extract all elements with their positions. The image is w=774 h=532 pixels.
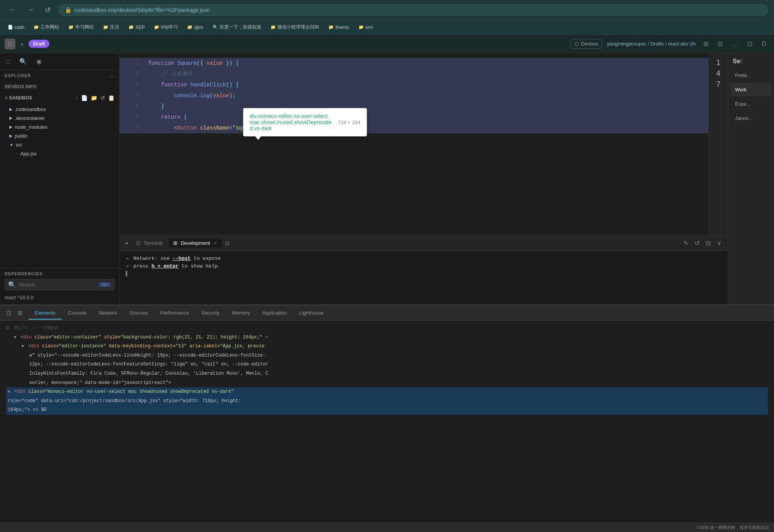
terminal-icon: ⊡ bbox=[136, 240, 140, 246]
file-item-node-modules[interactable]: ▶ node_modules bbox=[0, 123, 119, 131]
dep-react[interactable]: react ^18.0.0 bbox=[5, 293, 115, 301]
back-button[interactable]: ← bbox=[6, 4, 19, 15]
bookmark-icon: 📁 bbox=[128, 25, 134, 30]
settings-item-prefs[interactable]: Prefe... bbox=[730, 69, 772, 82]
file-item-appjsx[interactable]: ~ App.jsx bbox=[0, 149, 119, 158]
settings-item-work[interactable]: Work bbox=[730, 83, 772, 96]
sandbox-header: ∨ SANDBOX ↑ 📄 📁 ↺ 📋 bbox=[0, 93, 119, 103]
terminal-refresh-icon[interactable]: ↺ bbox=[693, 238, 701, 248]
D-icon[interactable]: D bbox=[759, 39, 769, 49]
split-icon[interactable]: ⊟ bbox=[715, 39, 726, 49]
folder-chevron-icon: ▶ bbox=[9, 133, 12, 138]
dt-triangle-icon: ▼ bbox=[8, 390, 10, 394]
tab-sources[interactable]: Sources bbox=[123, 307, 154, 320]
tab-development[interactable]: ⊞ Development ✕ bbox=[169, 239, 222, 247]
tab-terminal[interactable]: ⊡ Terminal bbox=[132, 239, 167, 247]
dt-line-5: InlayHintsFontFamily: Fira Code, SFMono-… bbox=[6, 369, 768, 379]
tab-security[interactable]: Security bbox=[195, 307, 226, 320]
dt-line-6: ourier, monospace;" data-mode-id="javasc… bbox=[6, 379, 768, 388]
code-editor[interactable]: 1 function Square({ value }) { 2 // 点击事件… bbox=[120, 53, 708, 235]
dt-line-1[interactable]: ▼ <div class="editor-container" style="b… bbox=[6, 333, 768, 342]
tab-memory[interactable]: Memory bbox=[226, 307, 256, 320]
browser-titlebar: ← → ↺ 🔒 codesandbox.io/p/devbox/5dxp6r?f… bbox=[0, 0, 774, 20]
devtools-content: 0, 0);"> ··· </div> ▼ <div class="editor… bbox=[0, 321, 774, 523]
files-icon[interactable]: □ bbox=[5, 57, 12, 67]
devtools: ⊡ ⊞ Elements Console Network Sources Per… bbox=[0, 305, 774, 532]
bookmark-learn[interactable]: 📁 学习网站 bbox=[65, 23, 97, 32]
reload-button[interactable]: ↺ bbox=[42, 4, 54, 16]
dt-line-2[interactable]: ▼ <div class="editor-instance" data-keyb… bbox=[6, 342, 768, 351]
settings-item-exp[interactable]: Expe... bbox=[730, 97, 772, 111]
bookmark-life[interactable]: 📁 生活 bbox=[100, 23, 122, 32]
bookmark-work[interactable]: 📁 工作网站 bbox=[30, 23, 62, 32]
more-icon[interactable]: … bbox=[729, 39, 741, 49]
clipboard-icon[interactable]: 📋 bbox=[108, 95, 115, 101]
file-item-devcontainer[interactable]: ▶ .devcontainer bbox=[0, 114, 119, 123]
dt-triangle-icon: ▼ bbox=[14, 335, 16, 340]
settings-item-jance[interactable]: Jance... bbox=[730, 111, 772, 125]
bookmark-qbm[interactable]: 📁 qbm bbox=[184, 24, 206, 31]
close-tab-icon[interactable]: ✕ bbox=[213, 241, 217, 246]
terminal-edit-icon[interactable]: ✎ bbox=[682, 238, 690, 248]
bookmark-icon: 📁 bbox=[154, 25, 159, 30]
refresh-icon[interactable]: ↺ bbox=[100, 95, 105, 101]
bookmark-csdn[interactable]: 📄 csdn bbox=[5, 24, 27, 31]
search-icon[interactable]: 🔍 bbox=[18, 56, 29, 67]
bookmark-weixin[interactable]: 📁 微信小程序埋点SDK bbox=[267, 23, 323, 32]
tab-terminal-label: Terminal bbox=[144, 240, 162, 246]
line-num-3: 3 bbox=[127, 79, 139, 90]
sandbox-label: ∨ SANDBOX bbox=[5, 95, 32, 101]
file-name: public bbox=[15, 133, 28, 139]
file-tree: ▶ .codesandbox ▶ .devcontainer ▶ node_mo… bbox=[0, 103, 119, 268]
bookmark-xep[interactable]: 📁 XEP bbox=[125, 24, 148, 31]
panel-icon[interactable]: ⊞ bbox=[700, 39, 711, 49]
tab-application[interactable]: Application bbox=[256, 307, 293, 320]
circle-icon[interactable]: ◉ bbox=[35, 56, 43, 67]
line-num-7: 7 bbox=[127, 123, 139, 133]
bookmark-tmp[interactable]: 📁 tmp学习 bbox=[151, 23, 181, 32]
forward-button[interactable]: → bbox=[24, 4, 37, 15]
explorer-more-icon[interactable]: … bbox=[110, 73, 115, 78]
search-input[interactable] bbox=[19, 282, 95, 288]
file-item-codesandbox[interactable]: ▶ .codesandbox bbox=[0, 105, 119, 114]
address-bar[interactable]: 🔒 codesandbox.io/p/devbox/5dxp6r?file=%2… bbox=[58, 4, 768, 16]
dt-line-7-selected[interactable]: ▼ <div class="monaco-editor no-user-sele… bbox=[6, 387, 768, 397]
file-item-src[interactable]: ▼ src bbox=[0, 140, 119, 149]
tab-development-label: Development bbox=[181, 240, 210, 246]
tab-network[interactable]: Network bbox=[93, 307, 123, 320]
folder-chevron-icon: ▶ bbox=[9, 125, 12, 130]
terminal-actions: ✎ ↺ ⊟ ∨ bbox=[682, 238, 723, 248]
code-content-5: } bbox=[148, 101, 164, 112]
tab-lighthouse[interactable]: Lighthouse bbox=[293, 307, 330, 320]
chevron-down-icon[interactable]: ∨ bbox=[20, 41, 24, 47]
folder-chevron-icon: ▼ bbox=[9, 143, 14, 147]
app-header: □ ∨ Draft ⬡ Devbox yangmingjiesuper / Dr… bbox=[0, 35, 774, 53]
tooltip-size: 718 × 164 bbox=[338, 120, 360, 125]
upload-icon[interactable]: ↑ bbox=[75, 95, 78, 101]
new-file-icon[interactable]: 📄 bbox=[81, 95, 88, 101]
term-cursor: ▌ bbox=[126, 271, 129, 277]
bookmark-label: XEP bbox=[135, 25, 145, 30]
bookmark-srm[interactable]: 📁 srm bbox=[355, 24, 376, 31]
file-item-public[interactable]: ▶ public bbox=[0, 131, 119, 140]
inspect-icon[interactable]: ⊡ bbox=[5, 308, 13, 318]
terminal-cursor-line: ▌ bbox=[126, 271, 722, 277]
tab-console[interactable]: Console bbox=[62, 307, 93, 320]
terminal-line-1: ➜ Network: use --host to expose bbox=[126, 256, 722, 262]
bookmark-themis[interactable]: 📁 themis bbox=[325, 24, 352, 31]
terminal-chevron-icon[interactable]: ∨ bbox=[715, 238, 723, 248]
dt-line-3: w" style="--vscode-editorCodeLens-lineHe… bbox=[6, 351, 768, 360]
bookmark-baidu[interactable]: 🔍 百度一下，你就知道 bbox=[210, 23, 264, 32]
new-folder-icon[interactable]: 📁 bbox=[91, 95, 97, 101]
r-num-4: 4 bbox=[716, 69, 720, 78]
code-line-7: 7 <button className="square" onClick={ha… bbox=[120, 123, 708, 133]
device-icon[interactable]: ⊞ bbox=[16, 308, 24, 318]
layout-icon[interactable]: ⊡ bbox=[744, 39, 755, 49]
terminal-split-icon[interactable]: ⊟ bbox=[704, 238, 712, 248]
tab-performance[interactable]: Performance bbox=[154, 307, 195, 320]
code-content-1: function Square({ value }) { bbox=[148, 58, 239, 69]
term-highlight-h: h + enter bbox=[152, 263, 179, 269]
maximize-terminal-icon[interactable]: ⊡ bbox=[225, 240, 230, 246]
tab-elements[interactable]: Elements bbox=[29, 307, 62, 320]
bookmark-icon: 📁 bbox=[358, 25, 364, 30]
